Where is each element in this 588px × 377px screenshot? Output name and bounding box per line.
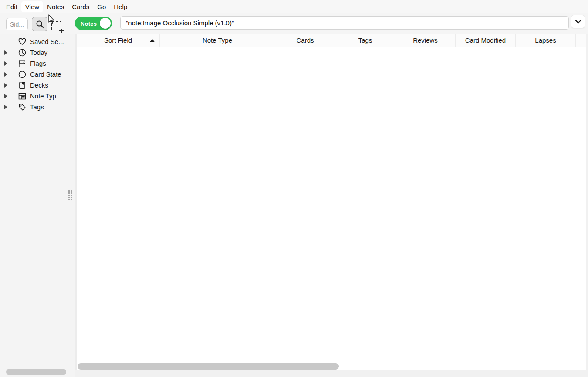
magnifier-icon: [36, 20, 44, 28]
column-label: Note Type: [203, 37, 232, 44]
column-label: Reviews: [413, 37, 438, 44]
table-right-gutter: [586, 34, 588, 370]
sort-ascending-icon: [150, 39, 155, 42]
expander-icon: [0, 40, 11, 44]
sidebar-item-saved-searches[interactable]: Saved Se...: [0, 36, 75, 47]
sidebar-item-label: Note Typ...: [30, 92, 61, 100]
table-body-empty: [77, 47, 586, 363]
sidebar-item-label: Flags: [30, 60, 46, 67]
toolbar: Notes: [0, 13, 588, 34]
sidebar-item-label: Tags: [30, 103, 44, 111]
tag-icon: [18, 103, 26, 111]
clock-icon: [18, 49, 26, 57]
sidebar-item-today[interactable]: Today: [0, 47, 75, 58]
menu-help[interactable]: Help: [110, 1, 131, 12]
expander-icon[interactable]: [0, 72, 11, 77]
search-input[interactable]: [120, 16, 569, 30]
menu-go[interactable]: Go: [93, 1, 110, 12]
card-table: Sort Field Note Type Cards Tags Reviews …: [77, 34, 586, 370]
column-label: Cards: [296, 37, 314, 44]
search-button[interactable]: [32, 17, 47, 31]
expander-icon[interactable]: [0, 105, 11, 109]
menu-notes[interactable]: Notes: [43, 1, 68, 12]
note-type-icon: [18, 92, 26, 100]
sidebar: Saved Se... Today Flags: [0, 34, 75, 377]
toggle-knob: [100, 18, 111, 29]
column-label: Sort Field: [104, 37, 132, 44]
expander-icon[interactable]: [0, 83, 11, 88]
sidebar-item-tags[interactable]: Tags: [0, 101, 75, 112]
menu-view[interactable]: View: [21, 1, 43, 12]
table-header-row: Sort Field Note Type Cards Tags Reviews …: [77, 34, 586, 47]
circle-icon: [18, 71, 26, 78]
menubar: Edit View Notes Cards Go Help: [0, 0, 588, 13]
table-horizontal-scrollbar-thumb[interactable]: [78, 363, 339, 370]
column-label: Tags: [358, 37, 372, 44]
sidebar-item-card-state[interactable]: Card State: [0, 69, 75, 80]
column-header-cards[interactable]: Cards: [275, 34, 335, 47]
column-header-card-modified[interactable]: Card Modified: [456, 34, 516, 47]
sidebar-item-decks[interactable]: Decks: [0, 80, 75, 91]
cursor-marquee-plus-icon: [46, 14, 64, 36]
column-header-sort-field[interactable]: Sort Field: [77, 34, 160, 47]
sidebar-drag-handle[interactable]: [68, 190, 72, 200]
sidebar-item-label: Card State: [30, 71, 61, 78]
column-header-note-type[interactable]: Note Type: [160, 34, 275, 47]
column-header-filler: [576, 34, 586, 47]
heart-icon: [18, 38, 26, 46]
sidebar-filter-input[interactable]: [6, 18, 28, 30]
column-label: Card Modified: [465, 37, 506, 44]
sidebar-item-note-types[interactable]: Note Typ...: [0, 91, 75, 101]
sidebar-item-label: Saved Se...: [30, 38, 64, 45]
sidebar-item-label: Decks: [30, 81, 48, 89]
notes-cards-toggle[interactable]: Notes: [75, 17, 112, 30]
sidebar-item-label: Today: [30, 49, 47, 56]
search-history-dropdown[interactable]: [571, 15, 585, 28]
menu-edit[interactable]: Edit: [2, 1, 21, 12]
sidebar-item-flags[interactable]: Flags: [0, 58, 75, 69]
deck-icon: [18, 81, 26, 89]
menu-cards[interactable]: Cards: [68, 1, 93, 12]
toggle-label: Notes: [81, 20, 97, 27]
flag-icon: [18, 60, 26, 67]
column-header-lapses[interactable]: Lapses: [516, 34, 576, 47]
column-header-reviews[interactable]: Reviews: [395, 34, 456, 47]
chevron-down-icon: [575, 20, 581, 24]
sidebar-scrollbar-thumb[interactable]: [6, 369, 66, 375]
expander-icon[interactable]: [0, 61, 11, 66]
expander-icon[interactable]: [0, 94, 11, 98]
expander-icon[interactable]: [0, 50, 11, 55]
column-label: Lapses: [535, 37, 556, 44]
column-header-tags[interactable]: Tags: [335, 34, 395, 47]
